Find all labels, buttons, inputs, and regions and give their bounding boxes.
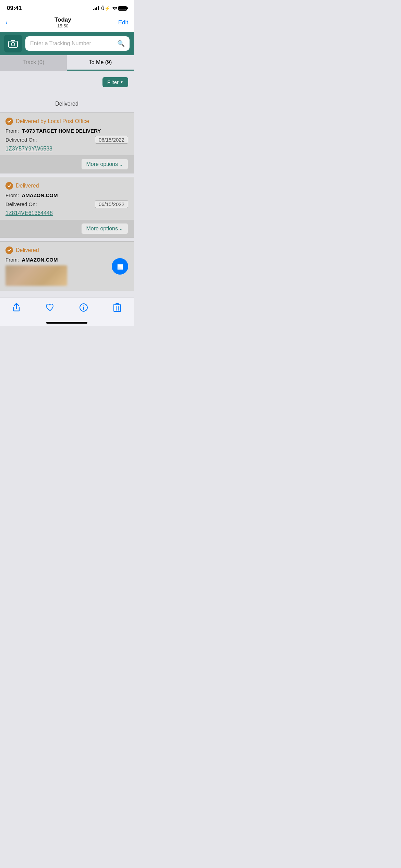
card-from-2: From: AMAZON.COM: [5, 192, 128, 198]
svg-point-5: [83, 305, 84, 306]
search-bar: Enter a Tracking Number 🔍: [0, 32, 134, 55]
card-date-row-1: Delivered On: 06/15/2022: [5, 136, 128, 144]
status-label-1: Delivered by Local Post Office: [16, 118, 89, 124]
delivery-card-1: Delivered by Local Post Office From: T-0…: [0, 112, 134, 173]
card-date-row-2: Delivered On: 06/15/2022: [5, 200, 128, 208]
svg-rect-1: [9, 41, 17, 47]
favorite-button[interactable]: [46, 303, 54, 312]
edit-button[interactable]: Edit: [118, 19, 128, 26]
back-button[interactable]: ‹: [5, 19, 8, 26]
status-bar: 09:41 Ǘ⚡: [0, 0, 134, 14]
tracking-number-2[interactable]: 1Z814VE61364448: [5, 210, 128, 216]
filter-row: Filter ▼: [0, 74, 134, 91]
content: Filter ▼ Delivered Delivered by Local Po…: [0, 71, 134, 295]
svg-point-0: [114, 9, 115, 10]
delete-button[interactable]: [113, 303, 121, 312]
check-icon-2: [5, 182, 13, 190]
scan-icon: ▦: [117, 262, 123, 270]
svg-rect-6: [83, 307, 84, 310]
delivered-on-label-2: Delivered On:: [5, 201, 37, 207]
card-from-3: From: AMAZON.COM: [5, 257, 128, 263]
nav-title: Today: [54, 16, 71, 23]
delivered-date-1: 06/15/2022: [95, 136, 128, 144]
share-button[interactable]: [12, 303, 21, 312]
battery-icon: [118, 6, 127, 11]
delivered-on-label-1: Delivered On:: [5, 137, 37, 143]
tab-track[interactable]: Track (0): [0, 55, 67, 71]
card-from-1: From: T-073 TARGET HOME DELIVERY: [5, 128, 128, 134]
home-indicator: [0, 319, 134, 326]
svg-rect-7: [114, 305, 121, 312]
nav-subtitle: 15:50: [54, 23, 71, 28]
check-icon-3: [5, 246, 13, 254]
camera-button[interactable]: [4, 35, 22, 52]
section-header-delivered: Delivered: [0, 91, 134, 111]
more-options-button-2[interactable]: More options ⌄: [81, 223, 129, 234]
card-status-3: Delivered: [5, 246, 128, 254]
delivered-date-2: 06/15/2022: [95, 200, 128, 208]
blurred-package-image: [5, 265, 67, 286]
floating-action-button[interactable]: ▦: [112, 258, 128, 275]
check-icon-1: [5, 118, 13, 125]
search-placeholder: Enter a Tracking Number: [30, 40, 117, 47]
wifi-icon: Ǘ⚡: [101, 6, 110, 11]
nav-center: Today 15:50: [54, 16, 71, 28]
more-options-chevron-icon-2: ⌄: [119, 226, 123, 231]
bottom-toolbar: [0, 298, 134, 319]
nav-bar: ‹ Today 15:50 Edit: [0, 14, 134, 32]
more-options-button-1[interactable]: More options ⌄: [81, 159, 129, 170]
info-button[interactable]: [79, 303, 88, 312]
camera-icon: [8, 39, 18, 48]
filter-chevron-icon: ▼: [120, 80, 123, 84]
delivery-card-3: Delivered From: AMAZON.COM ▦: [0, 241, 134, 291]
card-status-1: Delivered by Local Post Office: [5, 118, 128, 125]
tab-to-me[interactable]: To Me (9): [67, 55, 134, 71]
filter-button[interactable]: Filter ▼: [102, 77, 128, 87]
search-icon: 🔍: [117, 40, 125, 47]
wifi-icon: [112, 6, 118, 10]
svg-rect-3: [11, 40, 15, 41]
status-label-3: Delivered: [16, 247, 39, 253]
delivery-card-2: Delivered From: AMAZON.COM Delivered On:…: [0, 177, 134, 238]
search-input[interactable]: Enter a Tracking Number 🔍: [25, 36, 130, 51]
svg-point-2: [11, 43, 15, 46]
card-footer-2: More options ⌄: [0, 220, 134, 238]
card-footer-1: More options ⌄: [0, 155, 134, 173]
tabs: Track (0) To Me (9): [0, 55, 134, 71]
tracking-number-1[interactable]: 1Z3Y57Y9YW6538: [5, 146, 128, 152]
home-bar: [46, 322, 87, 324]
more-options-chevron-icon-1: ⌄: [119, 162, 123, 167]
card-status-2: Delivered: [5, 182, 128, 190]
status-label-2: Delivered: [16, 183, 39, 189]
status-icons: Ǘ⚡: [93, 6, 127, 11]
signal-icon: [93, 6, 99, 10]
status-time: 09:41: [7, 5, 22, 12]
